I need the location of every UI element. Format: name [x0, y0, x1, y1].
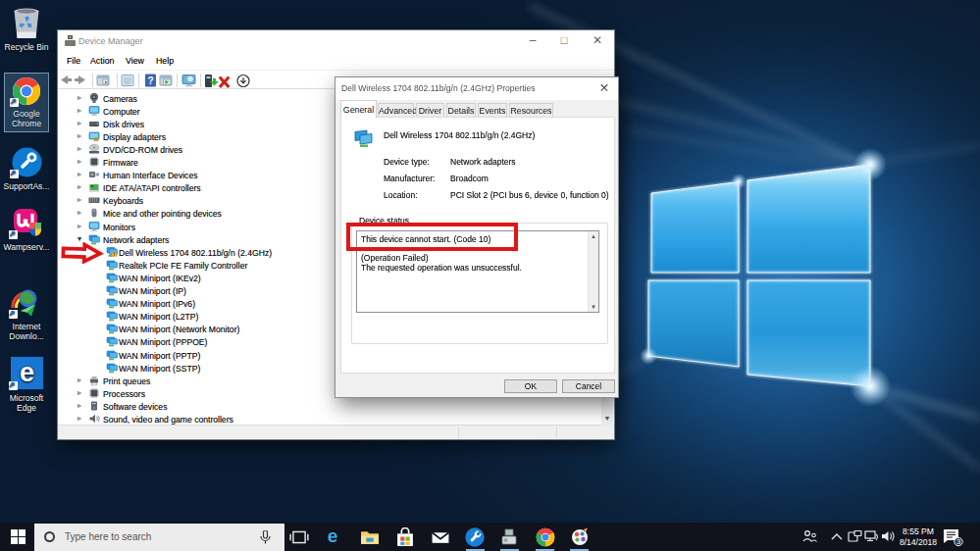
svg-text:?: ? [147, 75, 153, 86]
svg-text:e: e [328, 526, 338, 545]
svg-text:3: 3 [956, 537, 960, 546]
svg-text:e: e [19, 358, 33, 387]
